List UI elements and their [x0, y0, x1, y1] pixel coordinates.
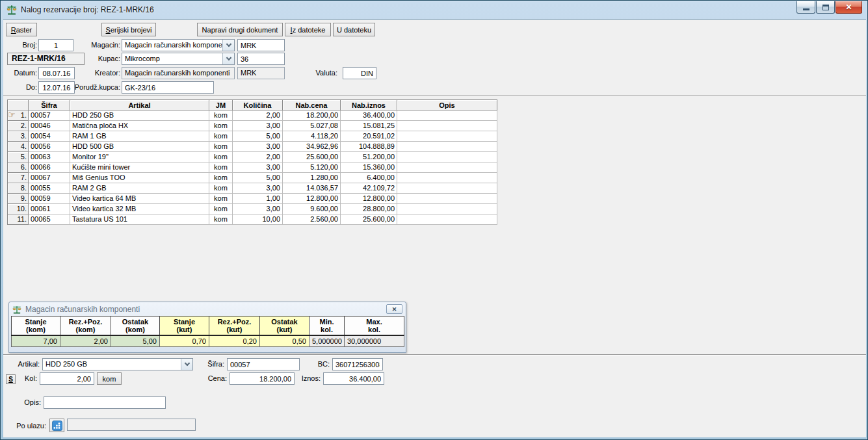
table-row[interactable]: 10.00061Video kartica 32 MBkom3,009.600,…	[8, 204, 497, 214]
cell-opis[interactable]	[397, 183, 497, 194]
cena-input[interactable]	[230, 372, 295, 385]
cell-iznos[interactable]: 36.400,00	[341, 110, 397, 121]
kupac-chevron-down-icon[interactable]	[222, 53, 234, 64]
cell-opis[interactable]	[397, 204, 497, 214]
cell-artikal[interactable]: HDD 250 GB	[70, 110, 209, 121]
table-row[interactable]: 6.00066Kućište mini towerkom3,005.120,00…	[8, 162, 497, 173]
cell-kolicina[interactable]: 5,00	[233, 173, 283, 183]
cell-sifra[interactable]: 00067	[29, 173, 70, 183]
row-number-button[interactable]: 4.	[8, 142, 29, 152]
cell-artikal[interactable]: RAM 1 GB	[70, 131, 209, 142]
cell-opis[interactable]	[397, 110, 497, 121]
cell-artikal[interactable]: Miš Genius TOO	[70, 173, 209, 183]
sifra-input[interactable]	[227, 358, 300, 370]
cell-cena[interactable]: 9.600,00	[283, 204, 341, 214]
cell-kolicina[interactable]: 3,00	[233, 204, 283, 214]
cell-kolicina[interactable]: 3,00	[233, 162, 283, 173]
kol-input[interactable]	[40, 372, 94, 385]
magacin-combobox[interactable]: Magacin računarskih komponenti	[122, 39, 235, 51]
datum-input[interactable]	[38, 67, 75, 79]
cell-jm[interactable]: kom	[209, 131, 233, 142]
cell-artikal[interactable]: Kućište mini tower	[70, 162, 209, 173]
cell-artikal[interactable]: RAM 2 GB	[70, 183, 209, 194]
cell-artikal[interactable]: Monitor 19"	[70, 152, 209, 162]
cell-cena[interactable]: 18.200,00	[283, 110, 341, 121]
cell-opis[interactable]	[397, 173, 497, 183]
cell-sifra[interactable]: 00057	[29, 110, 70, 121]
cell-opis[interactable]	[397, 152, 497, 162]
cell-kolicina[interactable]: 3,00	[233, 121, 283, 131]
cell-opis[interactable]	[397, 162, 497, 173]
cell-jm[interactable]: kom	[209, 162, 233, 173]
cell-jm[interactable]: kom	[209, 152, 233, 162]
kupac-code-input[interactable]	[237, 53, 285, 65]
cell-cena[interactable]: 4.118,20	[283, 131, 341, 142]
stock-window-close-button[interactable]: ✕	[386, 304, 402, 314]
cell-sifra[interactable]: 00066	[29, 162, 70, 173]
cell-kolicina[interactable]: 2,00	[233, 110, 283, 121]
cell-artikal[interactable]: Matična ploča HX	[70, 121, 209, 131]
table-row[interactable]: 9.00059Video kartica 64 MBkom1,0012.800,…	[8, 194, 497, 204]
cell-kolicina[interactable]: 3,00	[233, 183, 283, 194]
s-button[interactable]: S	[6, 374, 16, 384]
po-ulazu-input[interactable]	[67, 419, 196, 431]
cell-kolicina[interactable]: 10,00	[233, 214, 283, 225]
serijski-brojevi-button[interactable]: Serijski brojevi	[101, 23, 156, 36]
minimize-button[interactable]	[796, 1, 815, 14]
cell-opis[interactable]	[397, 121, 497, 131]
cell-kolicina[interactable]: 2,00	[233, 152, 283, 162]
cell-jm[interactable]: kom	[209, 173, 233, 183]
cell-opis[interactable]	[397, 194, 497, 204]
cell-kolicina[interactable]: 3,00	[233, 142, 283, 152]
cell-sifra[interactable]: 00065	[29, 214, 70, 225]
row-number-button[interactable]: 10.	[8, 204, 29, 214]
cell-artikal[interactable]: Tastatura US 101	[70, 214, 209, 225]
opis-input[interactable]	[44, 396, 166, 409]
cell-cena[interactable]: 12.800,00	[283, 194, 341, 204]
close-button[interactable]: ✕	[835, 1, 862, 14]
cell-jm[interactable]: kom	[209, 183, 233, 194]
cell-opis[interactable]	[397, 131, 497, 142]
cell-sifra[interactable]: 00063	[29, 152, 70, 162]
table-row[interactable]: 5.00063Monitor 19"kom2,0025.600,0051.200…	[8, 152, 497, 162]
cell-jm[interactable]: kom	[209, 142, 233, 152]
row-number-button[interactable]: 2.	[8, 121, 29, 131]
cell-jm[interactable]: kom	[209, 194, 233, 204]
cell-iznos[interactable]: 28.800,00	[341, 204, 397, 214]
cell-iznos[interactable]: 12.800,00	[341, 194, 397, 204]
cell-cena[interactable]: 1.280,00	[283, 173, 341, 183]
cell-cena[interactable]: 5.027,08	[283, 121, 341, 131]
raster-button[interactable]: Raster	[6, 23, 37, 36]
cell-kolicina[interactable]: 1,00	[233, 194, 283, 204]
row-number-button[interactable]: 3.	[8, 131, 29, 142]
row-number-button[interactable]: 8.	[8, 183, 29, 194]
table-row[interactable]: 1.☞00057HDD 250 GBkom2,0018.200,0036.400…	[8, 110, 497, 121]
cell-jm[interactable]: kom	[209, 214, 233, 225]
cell-iznos[interactable]: 104.888,89	[341, 142, 397, 152]
cell-sifra[interactable]: 00046	[29, 121, 70, 131]
cell-jm[interactable]: kom	[209, 121, 233, 131]
cell-iznos[interactable]: 20.591,02	[341, 131, 397, 142]
table-row[interactable]: 7.00067Miš Genius TOOkom5,001.280,006.40…	[8, 173, 497, 183]
cell-cena[interactable]: 2.560,00	[283, 214, 341, 225]
cell-sifra[interactable]: 00054	[29, 131, 70, 142]
row-number-button[interactable]: 7.	[8, 173, 29, 183]
cell-artikal[interactable]: Video kartica 64 MB	[70, 194, 209, 204]
cell-iznos[interactable]: 15.360,00	[341, 162, 397, 173]
u-datoteku-button[interactable]: U datoteku	[333, 23, 375, 36]
po-ulazu-picker-button[interactable]	[49, 419, 64, 432]
cell-cena[interactable]: 34.962,96	[283, 142, 341, 152]
cell-cena[interactable]: 5.120,00	[283, 162, 341, 173]
broj-input[interactable]	[38, 39, 73, 51]
cell-iznos[interactable]: 51.200,00	[341, 152, 397, 162]
artikal-combobox[interactable]: HDD 250 GB	[42, 358, 193, 370]
cell-cena[interactable]: 14.036,57	[283, 183, 341, 194]
row-number-button[interactable]: 6.	[8, 162, 29, 173]
napravi-drugi-dokument-button[interactable]: Napravi drugi dokument	[197, 23, 283, 36]
row-number-button[interactable]: 9.	[8, 194, 29, 204]
cell-jm[interactable]: kom	[209, 204, 233, 214]
row-number-button[interactable]: 11.	[8, 214, 29, 225]
table-row[interactable]: 4.00056HDD 500 GBkom3,0034.962,96104.888…	[8, 142, 497, 152]
cell-iznos[interactable]: 42.109,72	[341, 183, 397, 194]
kupac-combobox[interactable]: Mikrocomp	[122, 53, 235, 65]
